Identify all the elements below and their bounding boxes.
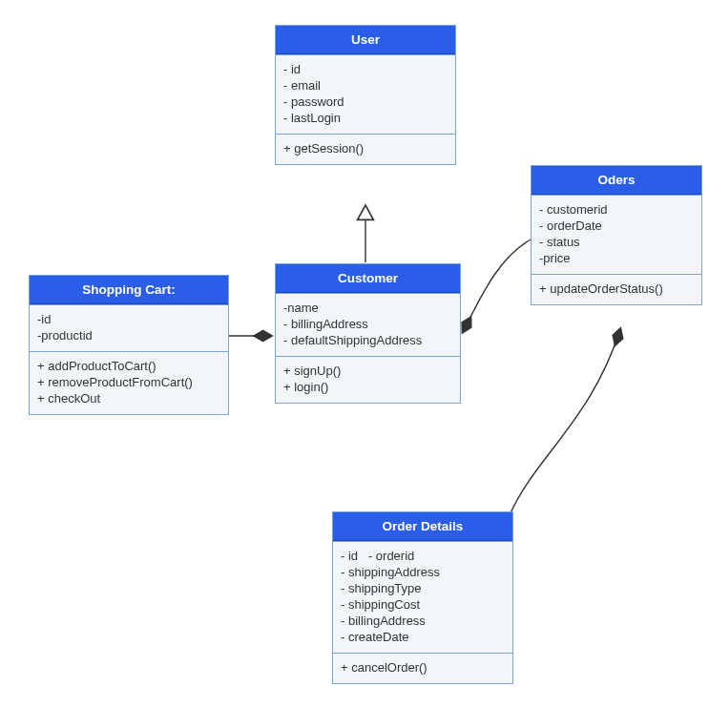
- class-shopping-cart-methods: + addProductToCart() + removeProductFrom…: [30, 351, 228, 414]
- class-customer: Customer -name - billingAddress - defaul…: [275, 263, 461, 404]
- class-order-details-methods: + cancelOrder(): [333, 653, 512, 683]
- rel-customer-orders: [463, 239, 532, 332]
- class-user-methods: + getSession(): [276, 134, 455, 164]
- class-customer-methods: + signUp() + login(): [276, 356, 460, 403]
- class-order-details-attrs: - id - orderid - shippingAddress - shipp…: [333, 541, 512, 653]
- class-orders-methods: + updateOrderStatus(): [532, 274, 701, 304]
- class-order-details-title: Order Details: [333, 512, 512, 541]
- class-customer-attrs: -name - billingAddress - defaultShipping…: [276, 293, 460, 356]
- class-orders: Oders - customerid - orderDate - status …: [531, 165, 702, 305]
- class-shopping-cart-attrs: -id -productid: [30, 304, 228, 351]
- class-shopping-cart-title: Shopping Cart:: [30, 276, 228, 304]
- class-shopping-cart: Shopping Cart: -id -productid + addProdu…: [29, 275, 229, 415]
- class-order-details: Order Details - id - orderid - shippingA…: [332, 511, 513, 684]
- class-user-title: User: [276, 26, 455, 54]
- class-orders-title: Oders: [532, 166, 701, 195]
- class-orders-attrs: - customerid - orderDate - status -price: [532, 195, 701, 274]
- class-customer-title: Customer: [276, 264, 460, 293]
- class-user-attrs: - id - email - password - lastLogin: [276, 54, 455, 134]
- class-user: User - id - email - password - lastLogin…: [275, 25, 456, 165]
- rel-orderdetails-orders: [510, 329, 620, 515]
